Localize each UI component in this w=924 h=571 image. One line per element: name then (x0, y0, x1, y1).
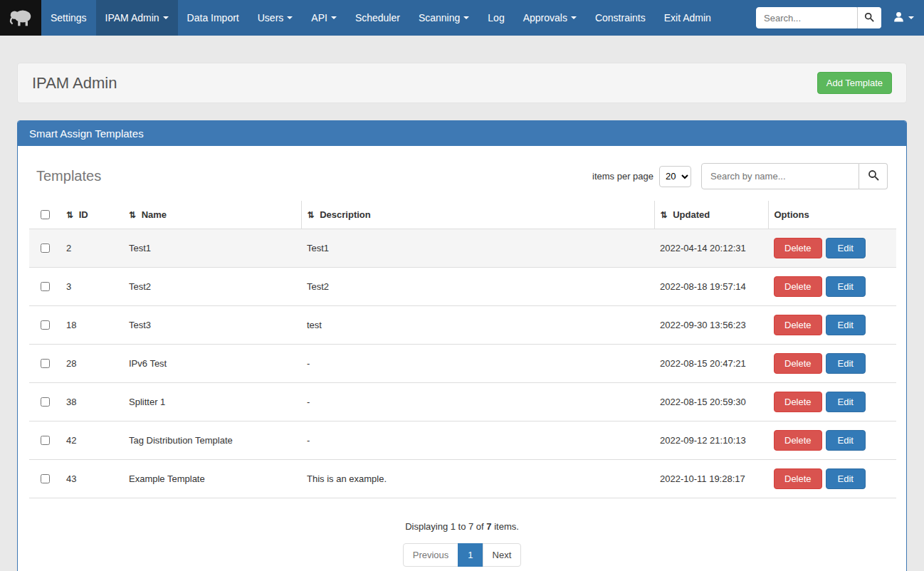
cell-description: Test1 (301, 229, 654, 268)
nav-item-constraints[interactable]: Constraints (586, 0, 655, 36)
nav-item-data-import[interactable]: Data Import (178, 0, 248, 36)
page-title: IPAM Admin (32, 74, 117, 93)
global-search-input[interactable] (756, 7, 857, 28)
sort-icon: ⇅ (308, 210, 315, 220)
header-id[interactable]: ⇅ ID (61, 201, 123, 229)
nav-item-approvals[interactable]: Approvals (514, 0, 586, 36)
cell-updated: 2022-08-15 20:47:21 (654, 345, 768, 383)
nav-item-log[interactable]: Log (478, 0, 513, 36)
add-template-button[interactable]: Add Template (817, 72, 892, 94)
previous-page-button[interactable]: Previous (403, 543, 459, 567)
search-icon (864, 12, 874, 24)
row-checkbox[interactable] (41, 359, 50, 368)
chevron-down-icon (463, 16, 469, 19)
user-menu[interactable] (893, 11, 914, 25)
nav-item-label: Scanning (419, 12, 460, 23)
cell-description: - (301, 345, 654, 383)
nav-item-ipam-admin[interactable]: IPAM Admin (96, 0, 178, 36)
chevron-down-icon (331, 16, 337, 19)
page-1-button[interactable]: 1 (458, 543, 483, 567)
row-checkbox[interactable] (41, 436, 50, 445)
cell-description: Test2 (301, 268, 654, 306)
panel-title: Smart Assign Templates (18, 121, 906, 146)
row-checkbox[interactable] (41, 320, 50, 330)
header-options: Options (768, 201, 896, 229)
delete-button[interactable]: Delete (774, 315, 822, 335)
nav-item-label: Log (488, 12, 504, 23)
cell-id: 2 (61, 229, 123, 268)
table-row: 42Tag Distribution Template-2022-09-12 2… (29, 421, 896, 460)
panel-body: Templates items per page 20 (18, 146, 906, 571)
nav-item-exit-admin[interactable]: Exit Admin (655, 0, 720, 36)
nav-item-settings[interactable]: Settings (41, 0, 96, 36)
edit-button[interactable]: Edit (826, 353, 866, 374)
header-select-all (29, 201, 61, 229)
nav-item-label: Approvals (523, 12, 567, 23)
brand-logo[interactable] (0, 0, 41, 36)
header-name-label: Name (142, 209, 167, 220)
row-checkbox[interactable] (41, 474, 50, 483)
nav-item-scanning[interactable]: Scanning (409, 0, 478, 36)
delete-button[interactable]: Delete (774, 430, 822, 451)
header-updated[interactable]: ⇅ Updated (654, 201, 768, 229)
nav-item-label: IPAM Admin (105, 12, 159, 23)
cell-updated: 2022-08-15 20:59:30 (654, 383, 768, 421)
delete-button[interactable]: Delete (774, 353, 822, 374)
row-checkbox[interactable] (41, 397, 50, 407)
cell-name: Test1 (123, 229, 301, 268)
toolbar-right: items per page 20 (592, 163, 888, 189)
delete-button[interactable]: Delete (774, 238, 822, 258)
header-name[interactable]: ⇅ Name (123, 201, 301, 229)
select-all-checkbox[interactable] (41, 210, 50, 219)
global-search-group (756, 7, 881, 28)
table-row: 18Test3test2022-09-30 13:56:23DeleteEdit (29, 306, 896, 345)
cell-description: This is an example. (301, 460, 654, 498)
edit-button[interactable]: Edit (826, 392, 866, 412)
navbar-menu: SettingsIPAM AdminData ImportUsersAPISch… (41, 0, 720, 36)
table-header-row: ⇅ ID ⇅ Name ⇅ Description ⇅ Updated (29, 201, 896, 229)
name-search-input[interactable] (701, 163, 859, 189)
header-description[interactable]: ⇅ Description (301, 201, 654, 229)
nav-item-label: Scheduler (355, 12, 400, 23)
chevron-down-icon (908, 16, 914, 19)
top-navbar: SettingsIPAM AdminData ImportUsersAPISch… (0, 0, 924, 36)
cell-id: 3 (61, 268, 123, 306)
name-search-button[interactable] (859, 163, 888, 189)
cell-name: Test3 (123, 306, 301, 345)
summary-total: 7 (486, 521, 491, 532)
cell-id: 38 (61, 383, 123, 421)
edit-button[interactable]: Edit (826, 276, 866, 297)
cell-options: DeleteEdit (768, 421, 896, 460)
items-per-page-select[interactable]: 20 (659, 166, 691, 187)
search-icon (868, 169, 879, 183)
edit-button[interactable]: Edit (826, 430, 866, 451)
cell-updated: 2022-10-11 19:28:17 (654, 460, 768, 498)
nav-item-label: Users (258, 12, 284, 23)
edit-button[interactable]: Edit (826, 238, 866, 258)
cell-options: DeleteEdit (768, 460, 896, 498)
cell-updated: 2022-09-30 13:56:23 (654, 306, 768, 345)
nav-item-users[interactable]: Users (248, 0, 303, 36)
nav-item-label: Constraints (595, 12, 646, 23)
page-header: IPAM Admin Add Template (17, 63, 907, 103)
sort-icon: ⇅ (129, 210, 136, 220)
delete-button[interactable]: Delete (774, 468, 822, 489)
edit-button[interactable]: Edit (826, 315, 866, 335)
templates-table: ⇅ ID ⇅ Name ⇅ Description ⇅ Updated (29, 201, 896, 498)
cell-id: 28 (61, 345, 123, 383)
nav-item-label: API (311, 12, 327, 23)
row-checkbox[interactable] (41, 243, 50, 253)
next-page-button[interactable]: Next (483, 543, 522, 567)
nav-item-scheduler[interactable]: Scheduler (346, 0, 409, 36)
delete-button[interactable]: Delete (774, 276, 822, 297)
cell-options: DeleteEdit (768, 229, 896, 268)
nav-item-api[interactable]: API (302, 0, 346, 36)
edit-button[interactable]: Edit (826, 468, 866, 489)
delete-button[interactable]: Delete (774, 392, 822, 412)
table-row: 38Splitter 1-2022-08-15 20:59:30DeleteEd… (29, 383, 896, 421)
global-search-button[interactable] (857, 7, 881, 28)
chevron-down-icon (163, 16, 169, 19)
header-options-label: Options (775, 209, 809, 220)
chevron-down-icon (287, 16, 293, 19)
row-checkbox[interactable] (41, 282, 50, 291)
